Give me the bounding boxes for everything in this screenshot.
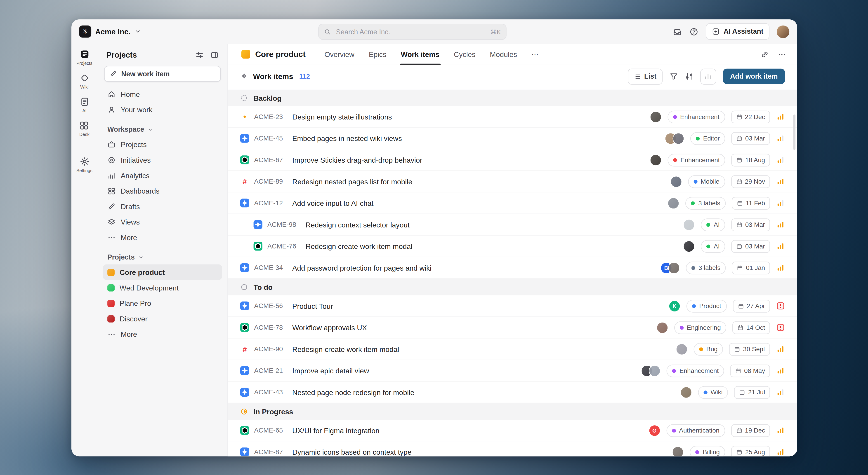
work-item-row[interactable]: ACME-67Improve Stickies drag-and-drop be…: [228, 149, 797, 171]
priority-bars-icon[interactable]: [776, 388, 785, 397]
priority-urgent-icon[interactable]: [776, 302, 785, 310]
rail-item-wiki[interactable]: Wiki: [79, 73, 89, 90]
panel-toggle-icon[interactable]: [211, 50, 219, 59]
sidebar-item-drafts[interactable]: Drafts: [103, 199, 222, 214]
sliders-icon[interactable]: [195, 50, 204, 59]
priority-bars-icon[interactable]: [776, 156, 785, 164]
sidebar-item-core-product[interactable]: Core product: [103, 265, 222, 280]
work-item-row[interactable]: #ACME-90Redesign create work item modalB…: [228, 339, 797, 360]
label-pill[interactable]: AI: [701, 240, 725, 252]
sidebar-item-initiatives[interactable]: Initiatives: [103, 152, 222, 168]
due-date-pill[interactable]: 03 Mar: [732, 218, 770, 231]
tab-epics[interactable]: Epics: [369, 43, 386, 65]
due-date-pill[interactable]: 22 Dec: [731, 110, 770, 123]
assignee-avatars[interactable]: [683, 219, 695, 230]
sidebar-item-views[interactable]: Views: [103, 214, 222, 230]
sidebar-item-wed-development[interactable]: Wed Development: [103, 280, 222, 296]
sidebar-item-plane-pro[interactable]: Plane Pro: [103, 296, 222, 311]
work-item-row[interactable]: ACME-98Redesign context selector layoutA…: [228, 214, 797, 236]
priority-bars-icon[interactable]: [776, 447, 785, 456]
label-pill[interactable]: Engineering: [674, 321, 726, 334]
assignee-avatars[interactable]: [641, 365, 661, 376]
work-item-row[interactable]: ACME-43Nested page node redesign for mob…: [228, 382, 797, 403]
priority-bars-icon[interactable]: [776, 199, 785, 207]
work-item-row[interactable]: ACME-78Workflow approvals UXEngineering1…: [228, 317, 797, 339]
label-pill[interactable]: Bug: [693, 343, 723, 355]
assignee-avatars[interactable]: [683, 240, 695, 252]
sidebar-item-discover[interactable]: Discover: [103, 311, 222, 327]
more-options-icon[interactable]: [778, 50, 786, 59]
priority-bars-icon[interactable]: [776, 134, 785, 143]
work-item-row[interactable]: ACME-65UX/UI for Figma integrationGAuthe…: [228, 420, 797, 442]
label-pill[interactable]: Enhancement: [667, 110, 725, 123]
label-pill[interactable]: Wiki: [698, 386, 728, 399]
priority-bars-icon[interactable]: [776, 242, 785, 250]
work-item-row[interactable]: ACME-21Improve epic detail viewEnhanceme…: [228, 360, 797, 382]
assignee-avatars[interactable]: [656, 321, 668, 333]
sidebar-item-more[interactable]: More: [103, 327, 222, 342]
priority-bars-icon[interactable]: [776, 366, 785, 375]
sidebar-section-projects[interactable]: Projects: [103, 250, 222, 265]
global-search[interactable]: ⌘K: [318, 24, 506, 40]
work-item-row[interactable]: ACME-76Redesign create work item modalAI…: [228, 236, 797, 257]
assignee-avatars[interactable]: [650, 111, 661, 123]
due-date-pill[interactable]: 08 May: [730, 364, 770, 377]
inbox-icon[interactable]: [673, 27, 682, 36]
label-pill[interactable]: AI: [701, 218, 725, 231]
priority-bars-icon[interactable]: [776, 177, 785, 186]
priority-bars-icon[interactable]: [776, 263, 785, 272]
label-pill[interactable]: Enhancement: [668, 154, 725, 166]
sidebar-item-more[interactable]: More: [103, 230, 222, 245]
work-item-row[interactable]: ACME-87Dynamic icons based on context ty…: [228, 441, 797, 456]
work-item-row[interactable]: ACME-12Add voice input to AI chat3 label…: [228, 193, 797, 214]
sidebar-section-workspace[interactable]: Workspace: [103, 122, 222, 137]
display-settings-icon[interactable]: [685, 72, 693, 81]
assignee-avatars[interactable]: G: [649, 425, 660, 436]
copy-link-icon[interactable]: [761, 50, 769, 59]
sidebar-item-your-work[interactable]: Your work: [103, 102, 222, 117]
layout-list-button[interactable]: List: [627, 68, 662, 84]
due-date-pill[interactable]: 11 Feb: [732, 197, 770, 209]
label-pill[interactable]: Editor: [690, 132, 725, 144]
assignee-avatars[interactable]: [668, 197, 679, 209]
due-date-pill[interactable]: 19 Dec: [731, 424, 770, 437]
assignee-avatars[interactable]: K: [669, 300, 680, 312]
group-header-backlog[interactable]: Backlog: [228, 90, 797, 106]
rail-item-projects[interactable]: Projects: [76, 49, 92, 66]
assignee-avatars[interactable]: [672, 446, 684, 456]
label-pill[interactable]: 3 labels: [686, 197, 726, 209]
sidebar-item-projects[interactable]: Projects: [103, 137, 222, 152]
due-date-pill[interactable]: 30 Sept: [729, 343, 770, 355]
due-date-pill[interactable]: 18 Aug: [732, 154, 770, 166]
group-header-in-progress[interactable]: In Progress: [228, 403, 797, 420]
assignee-avatars[interactable]: [676, 343, 687, 355]
add-work-item-button[interactable]: Add work item: [723, 69, 785, 84]
assignee-avatars[interactable]: [665, 133, 684, 144]
due-date-pill[interactable]: 25 Aug: [732, 446, 770, 456]
due-date-pill[interactable]: 21 Jul: [734, 386, 770, 399]
tab-modules[interactable]: Modules: [490, 43, 517, 65]
assignee-avatars[interactable]: [680, 386, 692, 398]
priority-bars-icon[interactable]: [776, 220, 785, 229]
priority-bars-icon[interactable]: [776, 426, 785, 435]
due-date-pill[interactable]: 01 Jan: [732, 261, 770, 274]
assignee-avatars[interactable]: B: [660, 262, 680, 274]
user-avatar[interactable]: [777, 25, 789, 38]
filter-icon[interactable]: [669, 72, 678, 81]
tab--[interactable]: ⋯: [531, 43, 539, 65]
priority-urgent-icon[interactable]: [776, 323, 785, 332]
ai-assistant-button[interactable]: AI Assistant: [706, 23, 770, 40]
rail-item-desk[interactable]: Desk: [79, 121, 90, 137]
assignee-avatars[interactable]: [670, 176, 682, 187]
label-pill[interactable]: Billing: [690, 446, 725, 456]
search-input[interactable]: [335, 27, 487, 36]
due-date-pill[interactable]: 27 Apr: [733, 300, 770, 312]
label-pill[interactable]: Product: [686, 300, 727, 312]
help-icon[interactable]: [689, 27, 699, 36]
work-item-row[interactable]: ACME-45Embed pages in nested wiki viewsE…: [228, 128, 797, 149]
rail-item-ai[interactable]: AI: [79, 97, 89, 113]
work-item-row[interactable]: ACME-23Design empty state illustrationsE…: [228, 106, 797, 128]
work-item-row[interactable]: ACME-34Add password protection for pages…: [228, 257, 797, 279]
due-date-pill[interactable]: 29 Nov: [731, 175, 770, 188]
due-date-pill[interactable]: 14 Oct: [733, 321, 770, 334]
